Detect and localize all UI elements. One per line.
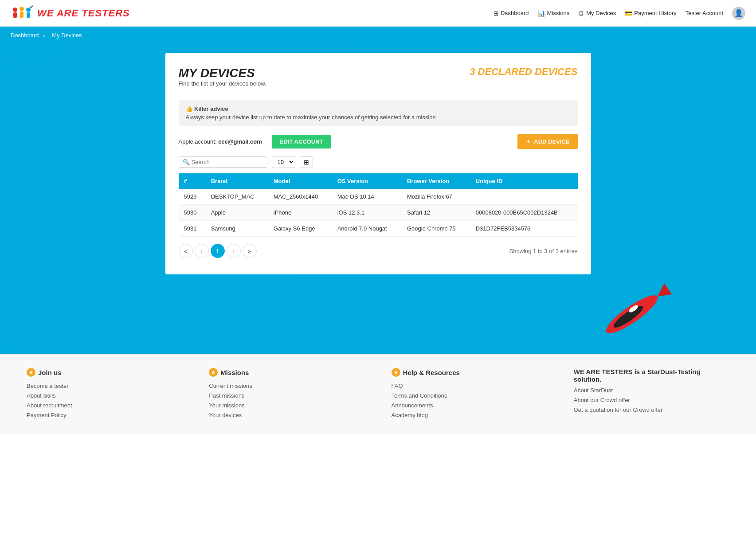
footer-link[interactable]: Past missions: [209, 392, 244, 399]
list-item: About skills: [27, 392, 182, 399]
page-subtitle: Find the list of your devices below.: [179, 80, 266, 87]
list-item: Terms and Conditions: [392, 392, 547, 399]
logo-text: WE ARE TESTERS: [37, 8, 130, 19]
cell-brand: DESKTOP_MAC: [206, 189, 268, 205]
cell-id: 5929: [179, 189, 206, 205]
page-first-button[interactable]: «: [179, 244, 193, 258]
cell-id: 5930: [179, 205, 206, 221]
footer: ★ Join us Become a tester About skills A…: [0, 354, 756, 434]
list-item: Become a tester: [27, 382, 182, 389]
footer-link[interactable]: FAQ: [392, 383, 403, 389]
list-item: FAQ: [392, 382, 547, 389]
nav-tester-account[interactable]: Tester Account: [685, 10, 723, 16]
page-1-button[interactable]: 1: [211, 244, 225, 258]
list-item: Get a quotation for our Crowd offer: [574, 406, 729, 413]
footer-link[interactable]: Academy blog: [392, 412, 428, 418]
svg-point-1: [13, 8, 17, 12]
footer-help-title: ★ Help & Resources: [392, 368, 547, 377]
cell-os: iOS 12.3.1: [332, 205, 402, 221]
footer-link[interactable]: Terms and Conditions: [392, 392, 447, 399]
cell-uid: D31D72FEB5334576: [470, 221, 578, 237]
avatar[interactable]: 👤: [732, 7, 745, 20]
cell-uid: [470, 189, 578, 205]
account-row: Apple account: eee@gmail.com EDIT ACCOUN…: [179, 134, 578, 149]
list-item: Your missions: [209, 402, 364, 409]
showing-text: Showing 1 to 3 of 3 entries: [509, 248, 578, 254]
missions-icon: 📊: [538, 10, 545, 17]
page-last-button[interactable]: »: [243, 244, 257, 258]
cell-browser: Mozilla Firefox 67: [402, 189, 470, 205]
dashboard-icon: ⊞: [494, 10, 499, 17]
footer-link[interactable]: Get a quotation for our Crowd offer: [574, 406, 663, 413]
blue-bottom-decoration: [0, 274, 756, 354]
help-circle-icon: ★: [392, 368, 400, 377]
footer-link[interactable]: About skills: [27, 392, 56, 399]
main-card: MY DEVICES Find the list of your devices…: [165, 53, 591, 274]
search-wrapper: 🔍: [179, 156, 267, 168]
list-item: Academy blog: [392, 411, 547, 418]
table-row: 5930 Apple iPhone iOS 12.3.1 Safari 12 0…: [179, 205, 578, 221]
list-item: Payment Policy: [27, 411, 182, 418]
cell-browser: Google Chrome 75: [402, 221, 470, 237]
rocket-svg: [588, 274, 676, 354]
list-item: Current missions: [209, 382, 364, 389]
devices-table: # Brand Model OS Version Brower Version …: [179, 173, 578, 237]
join-circle-icon: ★: [27, 368, 35, 377]
list-item: About StarDust: [574, 387, 729, 394]
nav-payment-history[interactable]: 💳 Payment History: [625, 10, 676, 17]
page-prev-button[interactable]: ‹: [195, 244, 209, 258]
breadcrumb-separator: ›: [43, 32, 45, 39]
cell-model: MAC_2560x1440: [268, 189, 332, 205]
advice-title: 👍 Killer advice: [186, 105, 571, 112]
nav-missions[interactable]: 📊 Missions: [538, 10, 570, 17]
declared-devices-badge: 3 DECLARED DEVICES: [470, 66, 577, 78]
account-email: eee@gmail.com: [218, 138, 262, 145]
controls-row: 🔍 10 25 50 ⊞: [179, 156, 578, 168]
footer-link[interactable]: Become a tester: [27, 383, 69, 389]
cell-brand: Apple: [206, 205, 268, 221]
grid-view-button[interactable]: ⊞: [300, 156, 313, 168]
footer-join-title: ★ Join us: [27, 368, 182, 377]
breadcrumb-bar: Dashboard › My Devices: [0, 27, 756, 44]
cell-brand: Samsung: [206, 221, 268, 237]
footer-missions-links: Current missions Past missions Your miss…: [209, 382, 364, 418]
cell-os: Android 7.0 Nougat: [332, 221, 402, 237]
edit-account-button[interactable]: EDIT ACCOUNT: [272, 135, 331, 148]
svg-rect-6: [27, 12, 30, 18]
footer-link[interactable]: Current missions: [209, 383, 252, 389]
plus-icon: ＋: [525, 137, 531, 145]
footer-missions-title: ★ Missions: [209, 368, 364, 377]
footer-link[interactable]: About our Crowd offer: [574, 397, 630, 403]
footer-link[interactable]: Your devices: [209, 412, 242, 418]
footer-link[interactable]: About recruitment: [27, 402, 72, 409]
add-device-button[interactable]: ＋ ADD DEVICE: [517, 134, 577, 149]
search-input[interactable]: [192, 159, 262, 165]
cell-model: Galaxy S6 Edge: [268, 221, 332, 237]
table-row: 5929 DESKTOP_MAC MAC_2560x1440 Mac OS 10…: [179, 189, 578, 205]
page-next-button[interactable]: ›: [227, 244, 241, 258]
footer-link[interactable]: Payment Policy: [27, 412, 67, 418]
devices-icon: 🖥: [578, 10, 584, 17]
cell-browser: Safari 12: [402, 205, 470, 221]
breadcrumb-current: My Devices: [52, 32, 82, 39]
nav-dashboard[interactable]: ⊞ Dashboard: [494, 10, 529, 17]
footer-link[interactable]: Announcements: [392, 402, 433, 409]
list-item: About recruitment: [27, 402, 182, 409]
footer-link[interactable]: Your missions: [209, 402, 244, 409]
per-page-select[interactable]: 10 25 50: [272, 156, 295, 168]
logo-icon: [11, 4, 33, 23]
breadcrumb-dashboard[interactable]: Dashboard: [11, 32, 39, 39]
list-item: Past missions: [209, 392, 364, 399]
payment-icon: 💳: [625, 10, 632, 17]
nav-my-devices[interactable]: 🖥 My Devices: [578, 10, 616, 17]
footer-brand-links: About StarDust About our Crowd offer Get…: [574, 387, 729, 413]
table-row: 5931 Samsung Galaxy S6 Edge Android 7.0 …: [179, 221, 578, 237]
cell-os: Mac OS 10.14: [332, 189, 402, 205]
col-header-model: Model: [268, 173, 332, 189]
footer-link[interactable]: About StarDust: [574, 387, 613, 394]
table-body: 5929 DESKTOP_MAC MAC_2560x1440 Mac OS 10…: [179, 189, 578, 237]
title-block: MY DEVICES Find the list of your devices…: [179, 66, 266, 93]
list-item: About our Crowd offer: [574, 396, 729, 403]
page-title: MY DEVICES: [179, 66, 266, 80]
search-icon: 🔍: [183, 159, 190, 165]
